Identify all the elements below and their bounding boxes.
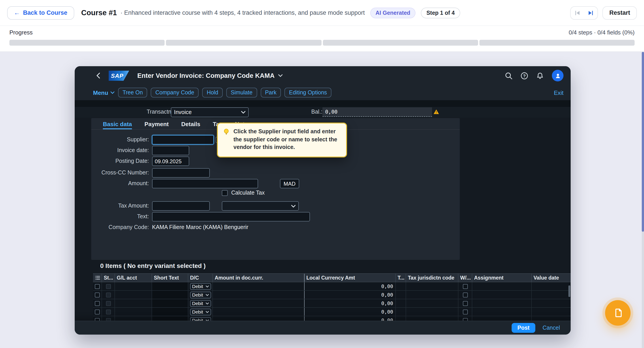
gl-acct-cell[interactable] (115, 299, 152, 307)
menubar-button[interactable]: Hold (202, 88, 222, 98)
value-date-cell[interactable] (532, 308, 571, 316)
page-scrollbar[interactable] (642, 52, 644, 348)
wht-checkbox[interactable] (463, 318, 468, 321)
row-checkbox[interactable] (95, 318, 100, 321)
tax-amount-input[interactable] (152, 201, 210, 211)
value-date-cell[interactable] (532, 282, 571, 290)
invoice-date-input[interactable] (152, 146, 189, 155)
menubar-button[interactable]: Editing Options (285, 88, 332, 98)
tax-jurisdiction-cell[interactable] (406, 299, 458, 307)
search-button[interactable] (505, 72, 512, 80)
column-header[interactable]: W/... (458, 274, 472, 282)
supplier-input[interactable] (152, 135, 214, 144)
title-chevron-down-icon[interactable] (278, 74, 283, 77)
notifications-button[interactable] (536, 72, 544, 80)
calculate-tax-checkbox[interactable] (222, 190, 228, 196)
short-text-cell[interactable] (152, 316, 188, 321)
assignment-cell[interactable] (472, 308, 532, 316)
wht-checkbox[interactable] (463, 301, 468, 306)
tax-jurisdiction-cell[interactable] (406, 291, 458, 299)
assignment-cell[interactable] (472, 299, 532, 307)
gl-acct-cell[interactable] (115, 291, 152, 299)
short-text-cell[interactable] (152, 291, 188, 299)
menubar-button[interactable]: Park (260, 88, 281, 98)
dc-select[interactable]: Debit (190, 292, 211, 298)
value-date-cell[interactable] (532, 299, 571, 307)
column-header[interactable]: Assignment (472, 274, 532, 282)
dc-select[interactable]: Debit (190, 283, 211, 290)
assignment-cell[interactable] (472, 282, 532, 290)
text-input[interactable] (152, 212, 310, 222)
post-button[interactable]: Post (512, 323, 535, 333)
short-text-cell[interactable] (152, 282, 188, 290)
column-header[interactable]: St... (102, 274, 115, 282)
dc-select[interactable]: Debit (190, 308, 211, 315)
restart-button[interactable]: Restart (603, 6, 637, 20)
amount-doc-cell[interactable] (213, 316, 304, 321)
amount-doc-cell[interactable] (213, 308, 304, 316)
menubar-button[interactable]: Tree On (118, 88, 147, 98)
currency-input[interactable] (280, 179, 299, 188)
transaction-value: Invoice (174, 109, 192, 116)
table-scrollbar[interactable] (568, 286, 570, 297)
tab-basic-data[interactable]: Basic data (103, 121, 132, 129)
column-header[interactable]: Amount in doc.curr. (213, 274, 304, 282)
previous-step-button[interactable] (571, 6, 584, 19)
topbar-controls: Restart (570, 6, 637, 20)
column-header[interactable]: Local Currency Amt (304, 274, 396, 282)
value-date-cell[interactable] (532, 291, 571, 299)
menubar-button[interactable]: Simulate (226, 88, 257, 98)
wht-checkbox[interactable] (463, 284, 468, 289)
tax-jurisdiction-cell[interactable] (406, 316, 458, 321)
gl-acct-cell[interactable] (115, 308, 152, 316)
sap-back-button[interactable] (94, 71, 102, 80)
amount-input[interactable] (152, 179, 258, 188)
column-header[interactable]: Short Text (152, 274, 188, 282)
posting-date-input[interactable] (152, 156, 189, 166)
course-title: Course #1 (81, 8, 117, 17)
short-text-cell[interactable] (152, 299, 188, 307)
row-checkbox[interactable] (95, 292, 100, 297)
tax-jurisdiction-cell[interactable] (406, 308, 458, 316)
table-settings-cell[interactable] (93, 274, 102, 282)
gl-acct-cell[interactable] (115, 316, 152, 321)
column-header[interactable]: Tax jurisdictn code (406, 274, 458, 282)
assignment-cell[interactable] (472, 291, 532, 299)
tax-code-select[interactable] (222, 201, 299, 211)
course-notes-fab[interactable] (605, 300, 630, 326)
scrollbar-thumb[interactable] (642, 52, 644, 232)
cross-cc-input[interactable] (152, 168, 210, 178)
tax-jurisdiction-cell[interactable] (406, 282, 458, 290)
dc-select[interactable]: Debit (190, 317, 211, 321)
tab-payment[interactable]: Payment (144, 121, 168, 129)
wht-checkbox[interactable] (463, 309, 468, 314)
assignment-cell[interactable] (472, 316, 532, 321)
back-to-course-button[interactable]: ← Back to Course (7, 6, 74, 20)
balance-field[interactable]: 0,00 (322, 107, 432, 117)
short-text-cell[interactable] (152, 308, 188, 316)
transaction-select[interactable]: Invoice (171, 107, 249, 117)
cancel-button[interactable]: Cancel (542, 325, 560, 331)
column-header[interactable]: D/C (188, 274, 213, 282)
dc-select[interactable]: Debit (190, 300, 211, 306)
amount-doc-cell[interactable] (213, 282, 304, 290)
wht-checkbox[interactable] (463, 292, 468, 297)
next-step-button[interactable] (584, 6, 598, 19)
help-button[interactable]: ? (520, 72, 528, 80)
amount-doc-cell[interactable] (213, 299, 304, 307)
menu-button[interactable]: Menu (93, 89, 114, 96)
user-avatar-button[interactable] (552, 70, 564, 82)
row-checkbox[interactable] (95, 301, 100, 306)
column-header[interactable]: T... (396, 274, 406, 282)
menubar-button[interactable]: Company Code (151, 88, 199, 98)
amount-doc-cell[interactable] (213, 291, 304, 299)
tab-details[interactable]: Details (181, 121, 200, 129)
value-date-cell[interactable] (532, 316, 571, 321)
row-checkbox[interactable] (95, 309, 100, 314)
course-topbar: ← Back to Course Course #1 · Enhanced in… (0, 0, 644, 26)
exit-button[interactable]: Exit (554, 89, 564, 96)
row-checkbox[interactable] (95, 284, 100, 289)
column-header[interactable]: G/L acct (115, 274, 152, 282)
gl-acct-cell[interactable] (115, 282, 152, 290)
column-header[interactable]: Value date (532, 274, 571, 282)
